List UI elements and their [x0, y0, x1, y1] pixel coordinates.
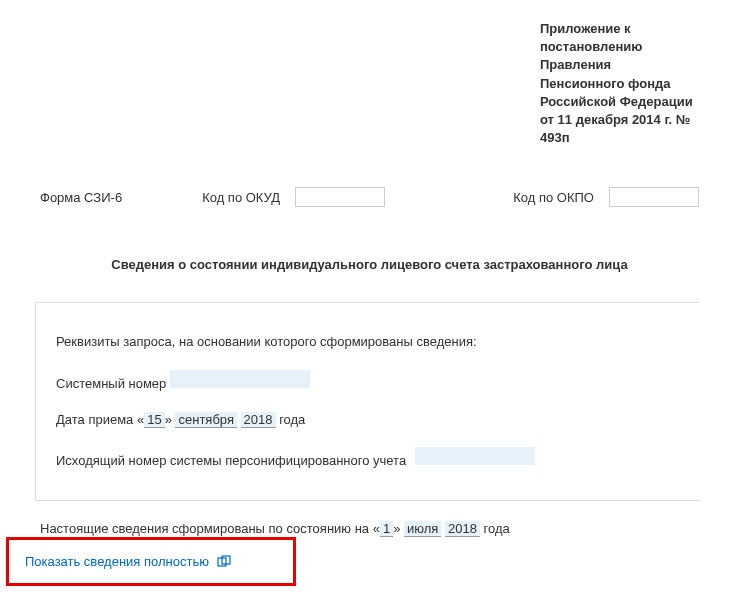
- request-intro: Реквизиты запроса, на основании которого…: [56, 333, 679, 351]
- date-year: 2018: [241, 412, 276, 428]
- expand-link-label: Показать сведения полностью: [25, 554, 209, 569]
- okpo-input[interactable]: [609, 187, 699, 207]
- outgoing-number-line: Исходящий номер системы персонифицирован…: [56, 447, 679, 470]
- system-number-value: [170, 370, 310, 388]
- date-month: сентября: [175, 412, 236, 428]
- form-label: Форма СЗИ-6: [40, 190, 122, 205]
- expand-icon: [217, 555, 231, 569]
- system-number-line: Системный номер: [56, 370, 679, 393]
- document-title: Сведения о состоянии индивидуального лиц…: [40, 257, 699, 272]
- status-prefix: Настоящие сведения сформированы по состо…: [40, 521, 380, 536]
- outgoing-value: [415, 447, 535, 465]
- status-suffix: года: [480, 521, 510, 536]
- date-suffix: года: [276, 412, 306, 427]
- show-full-details-link[interactable]: Показать сведения полностью: [25, 554, 277, 569]
- okud-label: Код по ОКУД: [202, 190, 280, 205]
- system-number-label: Системный номер: [56, 376, 166, 391]
- status-day: 1: [380, 521, 393, 537]
- date-received-line: Дата приема «15» сентября 2018 года: [56, 411, 679, 429]
- expand-highlight-box: Показать сведения полностью: [6, 537, 296, 586]
- outgoing-label: Исходящий номер системы персонифицирован…: [56, 453, 406, 468]
- status-date-line: Настоящие сведения сформированы по состо…: [40, 521, 699, 536]
- status-mid: »: [393, 521, 404, 536]
- date-mid: »: [165, 412, 176, 427]
- status-year: 2018: [445, 521, 480, 537]
- date-day: 15: [144, 412, 164, 428]
- request-details-box: Реквизиты запроса, на основании которого…: [35, 302, 699, 501]
- okud-input[interactable]: [295, 187, 385, 207]
- form-codes-row: Форма СЗИ-6 Код по ОКУД Код по ОКПО: [40, 187, 699, 207]
- attachment-header: Приложение к постановлению Правления Пен…: [540, 20, 699, 147]
- date-prefix: Дата приема «: [56, 412, 144, 427]
- status-month: июля: [404, 521, 441, 537]
- okpo-label: Код по ОКПО: [513, 190, 594, 205]
